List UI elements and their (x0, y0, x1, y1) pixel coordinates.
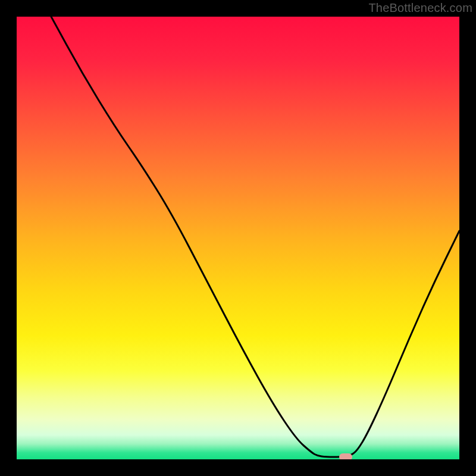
plot-area (17, 17, 459, 459)
plot-svg (17, 17, 459, 459)
gradient-background (17, 17, 459, 459)
chart-frame: TheBottleneck.com (0, 0, 476, 476)
watermark-text: TheBottleneck.com (368, 1, 472, 15)
optimal-point-marker (339, 453, 352, 459)
